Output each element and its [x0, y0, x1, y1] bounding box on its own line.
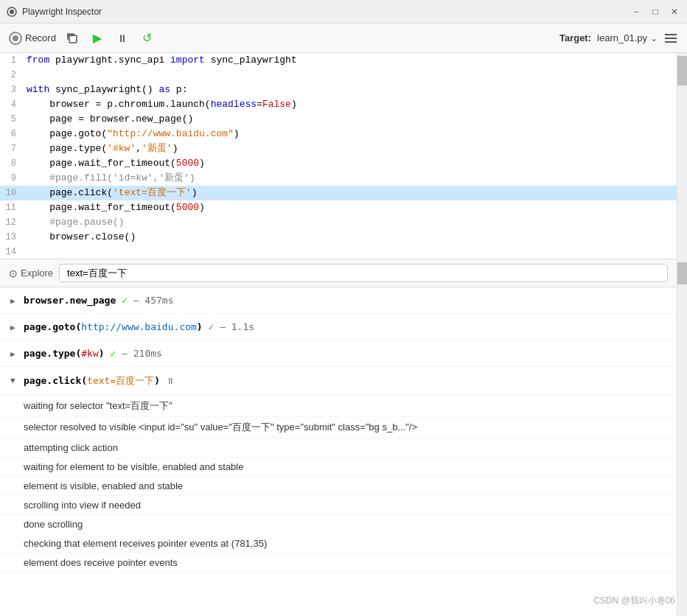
watermark: CSDN @我叫小卷06 [593, 595, 675, 607]
line-content: #page.pause() [22, 215, 677, 230]
log-expand-icon[interactable]: ▼ [10, 376, 19, 385]
log-content: page.click(text=百度一下) ⏸ [24, 374, 666, 388]
line-content [22, 245, 677, 259]
log-detail: element is visible, enabled and stable [0, 477, 677, 496]
log-detail: attempting click action [0, 438, 677, 458]
close-button[interactable]: ✕ [668, 5, 681, 18]
code-line: 4 browser = p.chromium.launch(headless=F… [0, 97, 677, 112]
line-content [22, 68, 677, 83]
log-expand-icon[interactable]: ▶ [10, 296, 19, 306]
log-list: ▶browser.new_page ✓ — 457ms▶page.goto(ht… [0, 287, 677, 616]
target-value: learn_01.py [597, 32, 647, 43]
code-editor[interactable]: 1from playwright.sync_api import sync_pl… [0, 53, 677, 259]
line-number: 6 [0, 127, 22, 141]
play-button[interactable]: ▶ [88, 29, 106, 47]
line-number: 13 [0, 230, 22, 245]
line-content: #page.fill('id=kw','新蛋') [22, 171, 677, 186]
menu-button[interactable] [663, 32, 678, 44]
explore-text: Explore [21, 267, 53, 279]
target-label: Target: [559, 32, 591, 43]
log-content: page.goto(http://www.baidu.com) ✓ — 1.1s [24, 321, 666, 332]
log-item[interactable]: ▶page.type(#kw) ✓ — 210ms [0, 340, 677, 367]
code-line: 11 page.wait_for_timeout(5000) [0, 200, 677, 215]
title-bar: Playwright Inspector − □ ✕ [0, 0, 687, 24]
step-button[interactable]: ↺ [139, 29, 156, 47]
line-number: 10 [0, 186, 22, 200]
code-line: 5 page = browser.new_page() [0, 112, 677, 127]
code-line: 12 #page.pause() [0, 215, 677, 230]
code-editor-section: 1from playwright.sync_api import sync_pl… [0, 53, 687, 259]
line-content: from playwright.sync_api import sync_pla… [22, 53, 677, 68]
code-line: 10 page.click('text=百度一下') [0, 186, 677, 200]
line-number: 9 [0, 171, 22, 186]
code-line: 9 #page.fill('id=kw','新蛋') [0, 171, 677, 186]
line-number: 7 [0, 141, 22, 156]
line-number: 8 [0, 156, 22, 171]
toolbar-left: Record ▶ ⏸ ↺ [9, 29, 559, 47]
code-line: 6 page.goto("http://www.baidu.com") [0, 127, 677, 141]
pause-button[interactable]: ⏸ [114, 29, 131, 47]
line-content: with sync_playwright() as p: [22, 83, 677, 97]
log-item[interactable]: ▶page.goto(http://www.baidu.com) ✓ — 1.1… [0, 314, 677, 340]
window-controls[interactable]: − □ ✕ [630, 5, 681, 18]
code-line: 3with sync_playwright() as p: [0, 83, 677, 97]
window-title: Playwright Inspector [22, 7, 630, 17]
copy-button[interactable] [63, 29, 81, 47]
chevron-down-icon: ⌄ [650, 33, 658, 43]
minimize-button[interactable]: − [630, 5, 643, 18]
code-line: 8 page.wait_for_timeout(5000) [0, 156, 677, 171]
toolbar-right: Target: learn_01.py ⌄ [559, 32, 678, 44]
code-scrollbar[interactable] [677, 53, 687, 259]
log-scrollbar[interactable] [677, 259, 687, 616]
maximize-button[interactable]: □ [649, 5, 662, 18]
line-content: page.wait_for_timeout(5000) [22, 156, 677, 171]
line-number: 4 [0, 97, 22, 112]
line-content: page.type('#kw','新蛋') [22, 141, 677, 156]
line-content: page = browser.new_page() [22, 112, 677, 127]
line-number: 3 [0, 83, 22, 97]
target-selector[interactable]: learn_01.py ⌄ [597, 32, 658, 43]
line-content: browser.close() [22, 230, 677, 245]
log-detail: checking that element receives pointer e… [0, 534, 677, 553]
log-expand-icon[interactable]: ▶ [10, 349, 19, 359]
line-content: browser = p.chromium.launch(headless=Fal… [22, 97, 677, 112]
log-detail: scrolling into view if needed [0, 496, 677, 515]
line-number: 14 [0, 245, 22, 259]
line-number: 5 [0, 112, 22, 127]
code-line: 1from playwright.sync_api import sync_pl… [0, 53, 677, 68]
code-line: 7 page.type('#kw','新蛋') [0, 141, 677, 156]
line-content: page.click('text=百度一下') [22, 186, 677, 200]
log-detail: selector resolved to visible <input id="… [0, 417, 677, 438]
line-number: 11 [0, 200, 22, 215]
log-item[interactable]: ▶browser.new_page ✓ — 457ms [0, 287, 677, 314]
log-detail: done scrolling [0, 515, 677, 534]
log-detail: waiting for selector "text=百度一下" [0, 396, 677, 417]
line-content: page.wait_for_timeout(5000) [22, 200, 677, 215]
log-detail: waiting for element to be visible, enabl… [0, 458, 677, 477]
explore-input[interactable] [59, 264, 668, 282]
log-detail: element does receive pointer events [0, 553, 677, 573]
log-expand-icon[interactable]: ▶ [10, 323, 19, 332]
log-item[interactable]: ▼page.click(text=百度一下) ⏸ [0, 367, 677, 396]
log-content: page.type(#kw) ✓ — 210ms [24, 348, 666, 359]
app-icon [6, 6, 18, 18]
svg-rect-2 [69, 35, 77, 43]
code-line: 14 [0, 245, 677, 259]
line-content: page.goto("http://www.baidu.com") [22, 127, 677, 141]
bottom-panel: ⊙ Explore ▶browser.new_page ✓ — 457ms▶pa… [0, 259, 687, 616]
svg-point-1 [10, 10, 14, 14]
line-number: 2 [0, 68, 22, 83]
record-label: Record [25, 32, 56, 43]
line-number: 1 [0, 53, 22, 68]
line-number: 12 [0, 215, 22, 230]
code-line: 2 [0, 68, 677, 83]
explore-label: ⊙ Explore [9, 267, 53, 279]
record-icon [9, 32, 22, 45]
explore-bar: ⊙ Explore [0, 259, 677, 287]
record-button[interactable]: Record [9, 32, 56, 45]
explore-icon: ⊙ [9, 267, 18, 279]
code-line: 13 browser.close() [0, 230, 677, 245]
toolbar: Record ▶ ⏸ ↺ Target: learn_01.py ⌄ [0, 24, 687, 53]
log-content: browser.new_page ✓ — 457ms [24, 295, 666, 306]
